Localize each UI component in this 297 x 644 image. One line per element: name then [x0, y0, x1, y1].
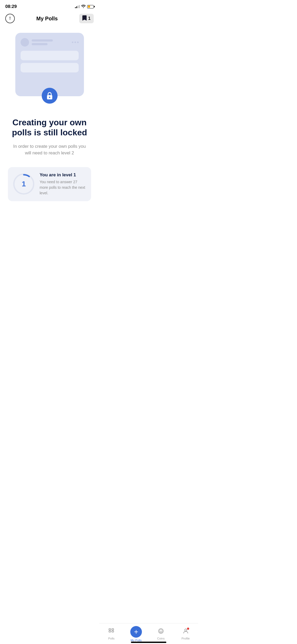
poll-title-lines — [32, 39, 72, 45]
level-desc: You need to answer 27 more polls to reac… — [40, 179, 86, 196]
lock-icon — [46, 91, 53, 100]
poll-title-line-1 — [32, 39, 53, 42]
locked-subtext: In order to create your own polls you wi… — [8, 143, 91, 157]
poll-illustration — [15, 33, 84, 96]
poll-avatar — [21, 38, 29, 47]
level-info: You are in level 1 You need to answer 27… — [40, 172, 86, 196]
header: ! My Polls 1 — [0, 12, 99, 27]
poll-option-1 — [21, 51, 79, 60]
bookmark-icon — [82, 15, 87, 22]
lock-circle — [42, 88, 58, 104]
poll-card-header — [21, 38, 79, 47]
svg-point-1 — [49, 97, 50, 98]
locked-heading: Creating your own polls is still locked — [8, 117, 91, 138]
level-number: 1 — [22, 180, 26, 188]
signal-icon — [75, 5, 80, 8]
main-content: Creating your own polls is still locked … — [0, 27, 99, 206]
status-bar: 08:29 — [0, 0, 99, 12]
level-circle: 1 — [13, 173, 34, 195]
badge-count: 1 — [88, 16, 91, 21]
bookmark-badge[interactable]: 1 — [79, 14, 94, 23]
status-icons — [75, 5, 94, 9]
battery-icon — [87, 5, 94, 8]
wifi-icon — [81, 5, 86, 9]
poll-title-line-2 — [32, 43, 48, 45]
level-title: You are in level 1 — [40, 172, 86, 178]
info-button[interactable]: ! — [5, 14, 15, 23]
page-title: My Polls — [36, 16, 58, 22]
level-card: 1 You are in level 1 You need to answer … — [8, 167, 91, 201]
poll-option-2 — [21, 63, 79, 72]
status-time: 08:29 — [5, 4, 17, 9]
info-icon: ! — [9, 16, 11, 21]
poll-menu-dots — [72, 42, 79, 43]
